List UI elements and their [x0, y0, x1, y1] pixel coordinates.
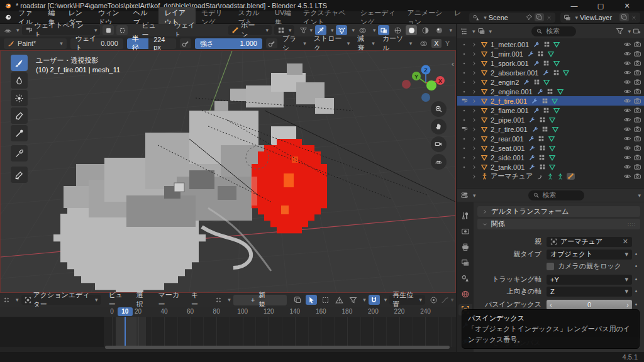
- disable-render-icon[interactable]: [632, 116, 642, 124]
- parent-type-dropdown[interactable]: オブジェクト ▾: [547, 250, 632, 260]
- outliner-row[interactable]: 2_f_tire.001: [457, 96, 644, 106]
- expand-chevron-icon[interactable]: [469, 89, 479, 95]
- disable-render-icon[interactable]: [632, 40, 642, 48]
- mesh-data-icon[interactable]: [552, 41, 562, 48]
- maximize-button[interactable]: ▢: [587, 0, 614, 11]
- close-button[interactable]: ✕: [614, 0, 640, 11]
- disable-render-icon[interactable]: [632, 78, 642, 86]
- mesh-data-icon[interactable]: [552, 60, 562, 67]
- viewport-canvas[interactable]: [1, 51, 455, 292]
- mesh-data-icon[interactable]: [550, 126, 560, 133]
- hide-eye-icon[interactable]: [622, 97, 632, 105]
- paint-mask-face-toggle[interactable]: [116, 25, 128, 35]
- mesh-data-icon[interactable]: [555, 88, 565, 96]
- hide-eye-icon[interactable]: [622, 87, 632, 96]
- current-frame-badge[interactable]: 10: [118, 307, 133, 316]
- outliner-filter-icon[interactable]: [616, 27, 624, 35]
- properties-editor-icon[interactable]: [460, 191, 469, 199]
- disable-render-icon[interactable]: [632, 87, 642, 96]
- disable-render-icon[interactable]: [632, 163, 642, 171]
- animate-dot[interactable]: •: [632, 288, 640, 295]
- armature-modifier-icon[interactable]: [537, 163, 547, 170]
- panel-delta-transform[interactable]: デルタトランスフォーム: [477, 206, 640, 217]
- shading-material-button[interactable]: [419, 25, 431, 35]
- outliner-row[interactable]: 1_meter.001: [457, 40, 644, 49]
- shading-rendered-button[interactable]: [433, 25, 445, 35]
- action-editor-mode-selector[interactable]: アクションエディター ▾: [21, 295, 101, 305]
- object-name[interactable]: 2_pipe.001: [491, 116, 525, 124]
- hide-eye-icon[interactable]: [622, 59, 632, 67]
- properties-tab-scene[interactable]: [458, 273, 472, 284]
- mesh-data-icon[interactable]: [547, 154, 557, 162]
- timeline-channel-region[interactable]: [0, 317, 104, 347]
- radius-pressure-toggle[interactable]: [180, 38, 191, 48]
- brush-tool-button[interactable]: [11, 55, 28, 71]
- armature-modifier-icon[interactable]: [536, 50, 546, 57]
- outliner-row[interactable]: 2_rear.001: [457, 134, 644, 143]
- outliner-row[interactable]: 2_r_tire.001: [457, 124, 644, 134]
- object-name[interactable]: 1_mirr.001: [491, 50, 523, 58]
- outliner-row[interactable]: 2_side.001: [457, 153, 644, 162]
- falloff-curve-icon[interactable]: ▾: [441, 295, 453, 305]
- mesh-data-icon[interactable]: [547, 145, 557, 152]
- gradient-tool-button[interactable]: [11, 125, 28, 141]
- modifier-wrench-icon[interactable]: [521, 79, 531, 86]
- annotate-tool-button[interactable]: [11, 167, 28, 183]
- new-collection-icon[interactable]: [633, 27, 641, 35]
- armature-modifier-icon[interactable]: [531, 79, 541, 85]
- remove-view-layer-icon[interactable]: [631, 14, 637, 21]
- mesh-data-icon[interactable]: [561, 69, 571, 77]
- hide-eye-icon[interactable]: [622, 69, 632, 77]
- expand-chevron-icon[interactable]: [469, 173, 479, 180]
- mesh-data-icon[interactable]: [547, 135, 557, 143]
- modifier-wrench-icon[interactable]: [531, 41, 541, 48]
- object-name[interactable]: アーマチュア: [491, 172, 533, 181]
- expand-chevron-icon[interactable]: [469, 155, 479, 161]
- armature-modifier-icon[interactable]: [537, 116, 547, 123]
- filter-icon[interactable]: [347, 295, 358, 305]
- object-name[interactable]: 2_tank.001: [491, 163, 525, 171]
- pin-icon[interactable]: [526, 14, 533, 21]
- new-action-button[interactable]: + 新規: [233, 295, 287, 305]
- up-axis-dropdown[interactable]: Z ▾: [547, 287, 632, 297]
- disable-render-icon[interactable]: [632, 144, 642, 152]
- disable-render-icon[interactable]: [632, 69, 642, 77]
- parent-field[interactable]: アーマチュア ✕: [547, 237, 632, 247]
- blender-menu-icon[interactable]: [4, 13, 12, 21]
- modifier-wrench-icon[interactable]: [527, 145, 537, 152]
- mesh-data-icon[interactable]: [550, 97, 560, 105]
- object-name[interactable]: 2_engine.001: [491, 88, 533, 96]
- hide-eye-icon[interactable]: [622, 116, 632, 124]
- armature-modifier-icon[interactable]: [551, 69, 561, 76]
- timeline-scrollbar[interactable]: [105, 346, 450, 349]
- modifier-wrench-icon[interactable]: [527, 154, 537, 162]
- modifier-wrench-icon[interactable]: [541, 69, 551, 77]
- armature-modifier-icon[interactable]: [537, 145, 547, 151]
- mirror-axis-Y[interactable]: Y: [443, 39, 452, 48]
- disable-render-icon[interactable]: [632, 106, 642, 114]
- display-mode-icon[interactable]: [460, 27, 469, 35]
- expand-chevron-icon[interactable]: [469, 41, 479, 48]
- mirror-axis-X[interactable]: X: [431, 39, 441, 48]
- object-name[interactable]: 2_r_tire.001: [491, 126, 528, 133]
- editor-type-icon[interactable]: [4, 26, 12, 35]
- hide-eye-icon[interactable]: [622, 50, 632, 58]
- expand-chevron-icon[interactable]: [469, 98, 479, 104]
- timeline-key-area[interactable]: [0, 317, 456, 347]
- disable-render-icon[interactable]: [632, 97, 642, 105]
- outliner-row[interactable]: 2_flame.001: [457, 106, 644, 115]
- mesh-data-icon[interactable]: [552, 107, 562, 114]
- mesh-data-icon[interactable]: [547, 163, 557, 171]
- expand-chevron-icon[interactable]: [469, 145, 479, 151]
- modifier-wrench-icon[interactable]: [531, 107, 541, 114]
- hide-eye-icon[interactable]: [622, 125, 632, 133]
- outliner-row[interactable]: 2_pipe.001: [457, 115, 644, 124]
- pose-icon[interactable]: [545, 173, 555, 180]
- hide-eye-icon[interactable]: [622, 144, 632, 152]
- expand-chevron-icon[interactable]: [469, 79, 479, 85]
- object-name[interactable]: 2_f_tire.001: [491, 97, 527, 105]
- clear-parent-icon[interactable]: ✕: [623, 238, 628, 246]
- expand-chevron-icon[interactable]: [469, 70, 479, 76]
- sample-tool-button[interactable]: [11, 145, 28, 162]
- modifier-wrench-icon[interactable]: [526, 135, 536, 143]
